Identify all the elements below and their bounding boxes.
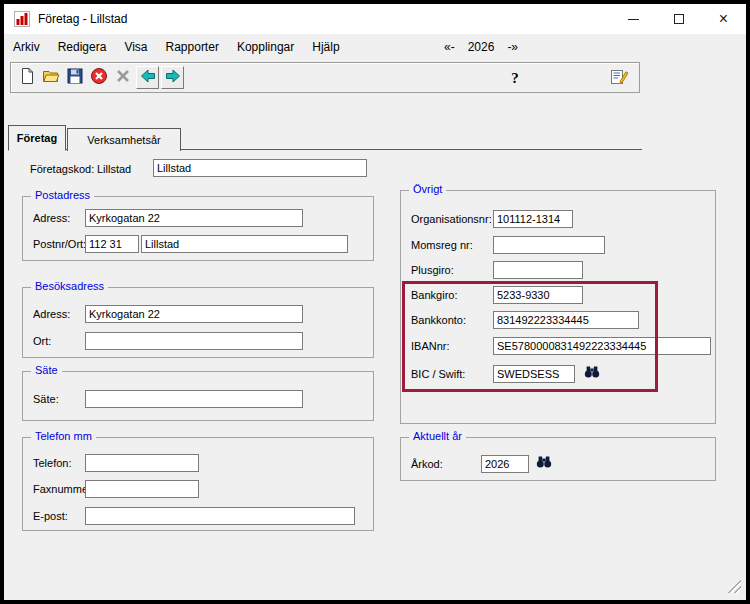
app-window: Företag - Lillstad × Arkiv Redigera Visa… [4, 4, 746, 600]
report-edit-button[interactable] [607, 66, 633, 90]
group-aktuellt-ar: Aktuellt år Årkod: [400, 437, 716, 481]
sate-label: Säte: [33, 393, 59, 405]
back-button[interactable] [136, 66, 159, 89]
window-controls: × [611, 4, 746, 34]
open-button[interactable] [39, 65, 63, 90]
fax-input[interactable] [85, 480, 199, 498]
help-button[interactable]: ? [503, 66, 527, 90]
year-prev-button[interactable]: «- [444, 40, 455, 54]
orgnr-input[interactable] [493, 210, 573, 228]
besoks-ort-input[interactable] [85, 332, 303, 350]
menu-visa[interactable]: Visa [115, 36, 156, 58]
group-aktuellt-ar-title: Aktuellt år [409, 430, 466, 442]
plusgiro-input[interactable] [493, 261, 583, 279]
postnr-input[interactable] [85, 235, 139, 253]
orgnr-label: Organisationsnr: [411, 213, 492, 225]
year-next-button[interactable]: -» [507, 40, 518, 54]
tab-foretag[interactable]: Företag [8, 125, 66, 151]
delete-icon [90, 67, 108, 88]
close-button[interactable]: × [701, 4, 746, 34]
menu-redigera[interactable]: Redigera [49, 36, 116, 58]
tab-foretag-label: Företag [17, 132, 57, 144]
menu-bar: Arkiv Redigera Visa Rapporter Kopplingar… [4, 34, 746, 59]
momsreg-input[interactable] [493, 236, 605, 254]
group-postadress: Postadress Adress: Postnr/Ort: [22, 196, 374, 261]
group-ovrigt: Övrigt Organisationsnr: Momsreg nr: Plus… [400, 190, 716, 424]
close-icon: × [719, 11, 728, 27]
menu-arkiv[interactable]: Arkiv [4, 36, 49, 58]
forward-arrow-icon [164, 67, 182, 88]
binoculars-icon [584, 366, 600, 381]
iban-label: IBANnr: [411, 340, 450, 352]
besoks-adress-input[interactable] [85, 305, 303, 323]
back-arrow-icon [139, 67, 157, 88]
clear-icon [114, 67, 132, 88]
iban-input[interactable] [493, 337, 711, 355]
epost-label: E-post: [33, 510, 68, 522]
arkod-search-button[interactable] [533, 454, 555, 473]
bankkonto-label: Bankkonto: [411, 314, 466, 326]
binoculars-icon [536, 456, 552, 471]
minimize-icon [628, 19, 639, 20]
momsreg-label: Momsreg nr: [411, 239, 473, 251]
save-button[interactable] [63, 65, 87, 90]
forward-button[interactable] [161, 66, 184, 89]
group-sate: Säte Säte: [22, 371, 374, 421]
menu-kopplingar[interactable]: Kopplingar [228, 36, 303, 58]
app-icon [14, 11, 30, 27]
group-postadress-title: Postadress [31, 189, 94, 201]
company-name-input[interactable] [153, 159, 367, 177]
bankkonto-input[interactable] [493, 311, 639, 329]
bic-search-button[interactable] [581, 364, 603, 383]
bic-input[interactable] [493, 365, 575, 383]
group-besoksadress-title: Besöksadress [31, 280, 108, 292]
bankgiro-label: Bankgiro: [411, 289, 457, 301]
group-telefon: Telefon mm Telefon: Faxnummer: E-post: [22, 437, 374, 531]
besoks-ort-label: Ort: [33, 335, 51, 347]
window-title: Företag - Lillstad [38, 12, 127, 26]
new-document-icon [18, 67, 36, 88]
tab-strip: Företag Verksamhetsår [8, 122, 642, 150]
company-code-static: Lillstad [97, 163, 131, 175]
epost-input[interactable] [85, 507, 355, 525]
postort-input[interactable] [141, 235, 348, 253]
save-icon [66, 67, 84, 88]
current-year: 2026 [468, 40, 495, 54]
open-folder-icon [42, 67, 60, 88]
postnr-ort-label: Postnr/Ort: [33, 238, 86, 250]
telefon-input[interactable] [85, 454, 199, 472]
arkod-label: Årkod: [411, 458, 443, 470]
tab-verksamhetsar-label: Verksamhetsår [87, 134, 160, 146]
maximize-button[interactable] [656, 4, 701, 34]
group-ovrigt-title: Övrigt [409, 183, 446, 195]
company-code-label: Företagskod: [30, 163, 94, 175]
bankgiro-input[interactable] [493, 286, 583, 304]
toolbar: ? [10, 62, 640, 93]
menu-hjalp[interactable]: Hjälp [303, 36, 348, 58]
new-button[interactable] [15, 65, 39, 90]
clear-button[interactable] [111, 65, 135, 90]
resize-grip[interactable] [726, 578, 741, 593]
sate-input[interactable] [85, 390, 303, 408]
telefon-label: Telefon: [33, 457, 72, 469]
minimize-button[interactable] [611, 4, 656, 34]
maximize-icon [674, 14, 684, 24]
besoks-adress-label: Adress: [33, 308, 70, 320]
group-besoksadress: Besöksadress Adress: Ort: [22, 287, 374, 358]
group-telefon-title: Telefon mm [31, 430, 96, 442]
arkod-input[interactable] [481, 455, 529, 473]
menu-rapporter[interactable]: Rapporter [157, 36, 228, 58]
plusgiro-label: Plusgiro: [411, 264, 454, 276]
group-sate-title: Säte [31, 364, 62, 376]
report-edit-icon [610, 68, 630, 89]
postadress-adress-input[interactable] [85, 209, 303, 227]
bic-label: BIC / Swift: [411, 368, 465, 380]
tab-verksamhetsar[interactable]: Verksamhetsår [67, 128, 181, 151]
help-icon: ? [511, 70, 519, 86]
year-navigation: «- 2026 -» [444, 34, 518, 59]
title-bar: Företag - Lillstad × [4, 4, 746, 34]
delete-button[interactable] [87, 65, 111, 90]
postadress-adress-label: Adress: [33, 212, 70, 224]
